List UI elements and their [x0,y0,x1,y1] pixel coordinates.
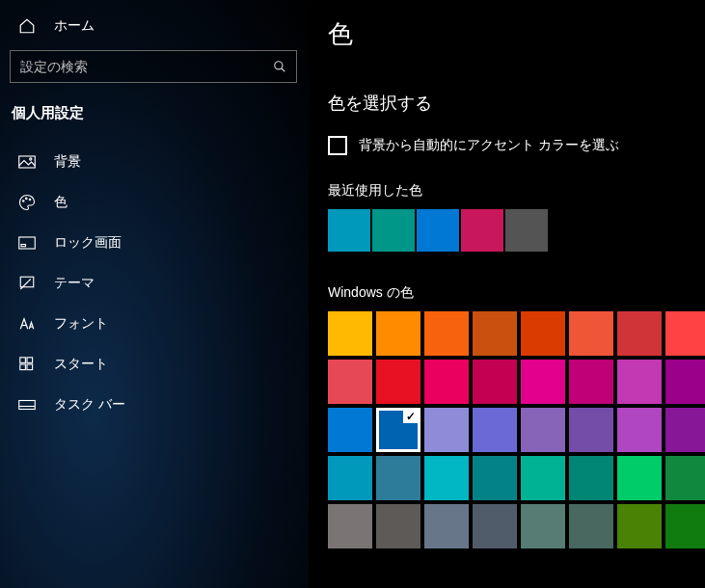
svg-point-6 [29,199,31,200]
sidebar: ホーム 個人用設定 背景 色 ロック画面 テーマ [0,0,309,588]
svg-point-0 [275,62,283,69]
section-title: 色を選択する [328,92,705,115]
start-icon [17,357,37,372]
recent-colors-row [328,209,705,252]
windows-color-swatch[interactable] [328,408,372,452]
sidebar-item-label: 背景 [54,153,81,171]
home-icon [17,17,37,35]
auto-accent-checkbox-row[interactable]: 背景から自動的にアクセント カラーを選ぶ [328,136,705,155]
windows-color-swatch[interactable] [376,360,420,404]
search-input[interactable] [20,59,273,74]
recent-color-swatch[interactable] [417,209,459,252]
svg-point-3 [30,158,32,160]
recent-color-swatch[interactable] [461,209,503,252]
windows-color-swatch[interactable] [617,504,662,548]
svg-rect-14 [20,364,26,370]
svg-rect-15 [27,364,33,370]
windows-color-swatch[interactable] [665,311,705,356]
main-content: 色 色を選択する 背景から自動的にアクセント カラーを選ぶ 最近使用した色 Wi… [309,0,705,588]
taskbar-icon [17,399,37,411]
recent-color-swatch[interactable] [372,209,415,252]
windows-color-swatch[interactable] [569,504,613,548]
windows-color-swatch[interactable] [424,311,469,356]
windows-color-swatch[interactable] [376,456,420,500]
windows-color-swatch[interactable] [473,408,517,452]
windows-color-swatch[interactable] [424,360,469,404]
sidebar-item-label: 色 [54,194,68,211]
sidebar-item-colors[interactable]: 色 [0,182,309,223]
windows-color-swatch[interactable] [328,504,372,548]
windows-color-swatch[interactable] [569,408,613,452]
windows-color-swatch[interactable] [521,408,565,452]
sidebar-item-start[interactable]: スタート [0,344,309,385]
search-box[interactable] [10,50,297,83]
windows-color-swatch[interactable] [424,408,469,452]
windows-color-swatch[interactable] [569,311,613,356]
svg-rect-8 [21,245,26,247]
sidebar-item-label: ロック画面 [54,234,122,252]
windows-color-swatch[interactable] [328,311,372,356]
windows-color-swatch[interactable] [665,504,705,548]
search-icon [273,60,286,73]
windows-color-swatch[interactable] [665,456,705,500]
sidebar-item-taskbar[interactable]: タスク バー [0,385,309,425]
recent-color-swatch[interactable] [328,209,370,252]
home-link[interactable]: ホーム [0,12,309,40]
svg-point-5 [26,198,28,200]
svg-rect-2 [19,156,36,168]
windows-color-swatch[interactable] [665,360,705,404]
home-label: ホーム [54,17,95,35]
windows-color-swatch[interactable] [617,408,662,452]
windows-color-swatch[interactable] [665,408,705,452]
recent-color-swatch[interactable] [505,209,548,252]
svg-point-4 [23,200,25,202]
checkbox-icon [328,136,347,155]
windows-colors-grid: ✓ [328,311,705,548]
sidebar-item-themes[interactable]: テーマ [0,263,309,304]
theme-icon [17,275,37,292]
windows-color-swatch[interactable] [569,360,613,404]
windows-color-swatch[interactable] [473,360,517,404]
category-title: 個人用設定 [0,100,309,142]
windows-color-swatch[interactable]: ✓ [376,408,420,452]
windows-color-swatch[interactable] [617,360,662,404]
recent-colors-heading: 最近使用した色 [328,182,705,200]
windows-colors-heading: Windows の色 [328,284,705,302]
search-container [0,40,309,100]
windows-color-swatch[interactable] [376,311,420,356]
windows-color-swatch[interactable] [617,311,662,356]
svg-rect-12 [20,358,26,363]
check-icon: ✓ [403,410,419,423]
windows-color-swatch[interactable] [521,456,565,500]
windows-color-swatch[interactable] [376,504,420,548]
windows-color-swatch[interactable] [424,504,469,548]
sidebar-item-lockscreen[interactable]: ロック画面 [0,223,309,263]
windows-color-swatch[interactable] [473,311,517,356]
windows-color-swatch[interactable] [521,311,565,356]
page-title: 色 [328,17,705,51]
windows-color-swatch[interactable] [617,456,662,500]
windows-color-swatch[interactable] [424,456,469,500]
svg-rect-13 [27,358,33,363]
sidebar-item-label: テーマ [54,275,95,292]
sidebar-item-label: フォント [54,315,108,333]
windows-color-swatch[interactable] [328,360,372,404]
palette-icon [17,194,37,211]
sidebar-item-label: タスク バー [54,396,125,414]
windows-color-swatch[interactable] [521,504,565,548]
windows-color-swatch[interactable] [473,504,517,548]
sidebar-item-background[interactable]: 背景 [0,142,309,182]
sidebar-item-label: スタート [54,356,108,373]
font-icon [17,316,37,332]
svg-line-1 [282,68,285,72]
windows-color-swatch[interactable] [473,456,517,500]
windows-color-swatch[interactable] [569,456,613,500]
picture-icon [17,155,37,169]
windows-color-swatch[interactable] [328,456,372,500]
svg-rect-16 [19,401,36,410]
sidebar-item-fonts[interactable]: フォント [0,304,309,344]
lockscreen-icon [17,236,37,250]
auto-accent-label: 背景から自動的にアクセント カラーを選ぶ [359,137,619,154]
windows-color-swatch[interactable] [521,360,565,404]
